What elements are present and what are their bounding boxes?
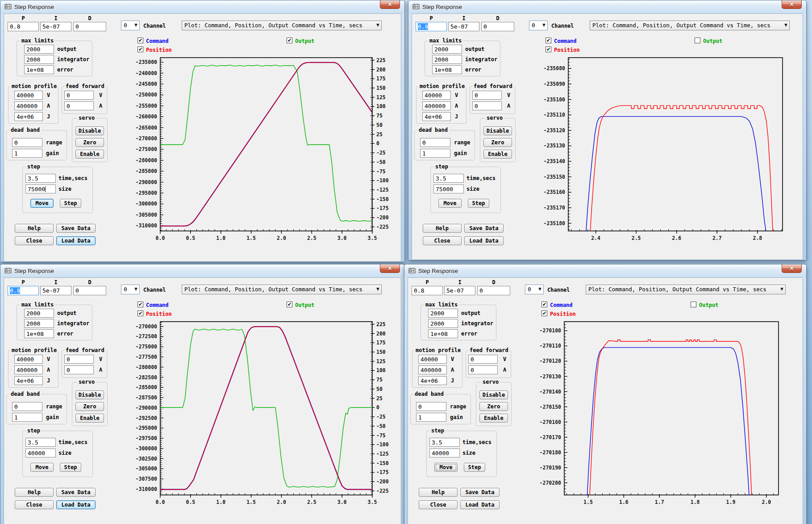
d-field[interactable]: 0 (73, 286, 106, 295)
move-button[interactable]: Move (434, 463, 458, 472)
step-time-field[interactable]: 3.5 (433, 174, 464, 183)
enable-button[interactable]: Enable (483, 150, 512, 159)
load-data-button[interactable]: Load Data (56, 500, 96, 509)
accel-field[interactable]: 400000 (418, 365, 447, 374)
output-checkbox[interactable]: ✔ (695, 38, 700, 43)
plot-area[interactable]: -235080-235090-235100-235110-235120-2351… (537, 45, 805, 247)
velocity-field[interactable]: 40000 (14, 355, 43, 364)
channel-select[interactable]: 0 ▼ (529, 21, 548, 30)
integrator-limit-field[interactable]: 2000 (432, 55, 462, 64)
plot-area[interactable]: -270100-270110-270120-270130-270140-2701… (533, 309, 801, 511)
output-limit-field[interactable]: 2000 (24, 309, 54, 318)
ff-accel-field[interactable]: 0 (468, 365, 498, 374)
channel-select[interactable]: 0 ▼ (121, 285, 140, 294)
accel-field[interactable]: 400000 (14, 365, 43, 374)
titlebar-close-button[interactable]: ✕ (380, 0, 400, 9)
range-field[interactable]: 0 (416, 402, 446, 411)
zero-button[interactable]: Zero (75, 402, 104, 411)
output-checkbox[interactable]: ✔ (287, 302, 292, 307)
plot-area[interactable]: -270000-272500-275000-277500-280000-2825… (129, 309, 397, 511)
help-button[interactable]: Help (15, 488, 54, 497)
enable-button[interactable]: Enable (75, 150, 104, 159)
close-button[interactable]: Close (15, 236, 54, 245)
command-checkbox[interactable]: ✔ (545, 38, 551, 43)
gain-field[interactable]: 1 (12, 413, 42, 422)
window-titlebar[interactable]: Step Response ✕ (408, 0, 806, 13)
window-titlebar[interactable]: Step Response ✕ (0, 0, 404, 13)
p-field[interactable]: 0.8 (416, 22, 447, 31)
window-titlebar[interactable]: Step Response ✕ (0, 264, 404, 277)
titlebar-close-button[interactable]: ✕ (380, 264, 400, 273)
velocity-field[interactable]: 40000 (418, 355, 447, 364)
error-limit-field[interactable]: 1e+08 (432, 65, 462, 74)
range-field[interactable]: 0 (420, 138, 450, 147)
enable-button[interactable]: Enable (75, 414, 104, 423)
disable-button[interactable]: Disable (75, 126, 104, 135)
gain-field[interactable]: 1 (12, 149, 42, 158)
d-field[interactable]: 0 (481, 22, 514, 31)
command-checkbox[interactable]: ✔ (137, 302, 143, 307)
move-button[interactable]: Move (438, 199, 462, 208)
zero-button[interactable]: Zero (479, 402, 508, 411)
plot-select[interactable]: Plot: Command, Position, Output Command … (182, 21, 382, 30)
titlebar-close-button[interactable]: ✕ (782, 264, 802, 273)
velocity-field[interactable]: 40000 (14, 91, 43, 100)
move-button[interactable]: Move (30, 463, 54, 472)
ff-velocity-field[interactable]: 0 (468, 355, 498, 364)
help-button[interactable]: Help (419, 488, 458, 497)
range-field[interactable]: 0 (12, 138, 42, 147)
i-field[interactable]: 5e-07 (448, 22, 479, 31)
plot-select[interactable]: Plot: Command, Position, Output Command … (182, 285, 382, 294)
velocity-field[interactable]: 40000 (422, 91, 451, 100)
disable-button[interactable]: Disable (483, 126, 512, 135)
error-limit-field[interactable]: 1e+08 (24, 65, 54, 74)
gain-field[interactable]: 1 (420, 149, 450, 158)
step-button[interactable]: Step (468, 199, 489, 208)
plot-select[interactable]: Plot: Command, Position, Output Command … (586, 285, 786, 294)
save-data-button[interactable]: Save Data (56, 224, 96, 233)
load-data-button[interactable]: Load Data (56, 236, 96, 245)
p-field[interactable]: 0.8 (8, 22, 39, 31)
range-field[interactable]: 0 (12, 402, 42, 411)
zero-button[interactable]: Zero (75, 138, 104, 147)
close-button[interactable]: Close (419, 500, 458, 509)
ff-velocity-field[interactable]: 0 (472, 91, 502, 100)
gain-field[interactable]: 1 (416, 413, 446, 422)
output-checkbox[interactable]: ✔ (287, 38, 292, 43)
zero-button[interactable]: Zero (483, 138, 512, 147)
output-limit-field[interactable]: 2000 (432, 45, 462, 54)
error-limit-field[interactable]: 1e+08 (24, 329, 54, 338)
integrator-limit-field[interactable]: 2000 (24, 55, 54, 64)
step-button[interactable]: Step (60, 199, 81, 208)
ff-accel-field[interactable]: 0 (472, 101, 502, 110)
ff-velocity-field[interactable]: 0 (64, 355, 94, 364)
step-size-field[interactable]: 40000 (25, 449, 56, 457)
close-button[interactable]: Close (15, 500, 54, 509)
disable-button[interactable]: Disable (479, 390, 508, 399)
step-button[interactable]: Step (60, 463, 81, 472)
step-size-field[interactable]: 40000 (429, 449, 460, 457)
ff-accel-field[interactable]: 0 (64, 365, 94, 374)
move-button[interactable]: Move (30, 199, 54, 208)
output-limit-field[interactable]: 2000 (428, 309, 458, 318)
save-data-button[interactable]: Save Data (56, 488, 96, 497)
i-field[interactable]: 5e-07 (40, 286, 71, 295)
step-button[interactable]: Step (464, 463, 485, 472)
jerk-field[interactable]: 4e+06 (418, 376, 447, 385)
plot-area[interactable]: -235000-240000-245000-250000-255000-2600… (129, 45, 397, 247)
accel-field[interactable]: 400000 (14, 101, 43, 110)
disable-button[interactable]: Disable (75, 390, 104, 399)
jerk-field[interactable]: 4e+06 (14, 376, 43, 385)
d-field[interactable]: 0 (477, 286, 510, 295)
load-data-button[interactable]: Load Data (464, 236, 504, 245)
close-button[interactable]: Close (423, 236, 462, 245)
save-data-button[interactable]: Save Data (460, 488, 500, 497)
output-limit-field[interactable]: 2000 (24, 45, 54, 54)
integrator-limit-field[interactable]: 2000 (428, 319, 458, 328)
step-size-field[interactable]: 75000 (25, 184, 56, 193)
jerk-field[interactable]: 4e+06 (422, 112, 451, 121)
integrator-limit-field[interactable]: 2000 (24, 319, 54, 328)
plot-select[interactable]: Plot: Command, Position, Output Command … (590, 21, 790, 30)
p-field[interactable]: 0.8 (8, 286, 39, 295)
load-data-button[interactable]: Load Data (460, 500, 500, 509)
